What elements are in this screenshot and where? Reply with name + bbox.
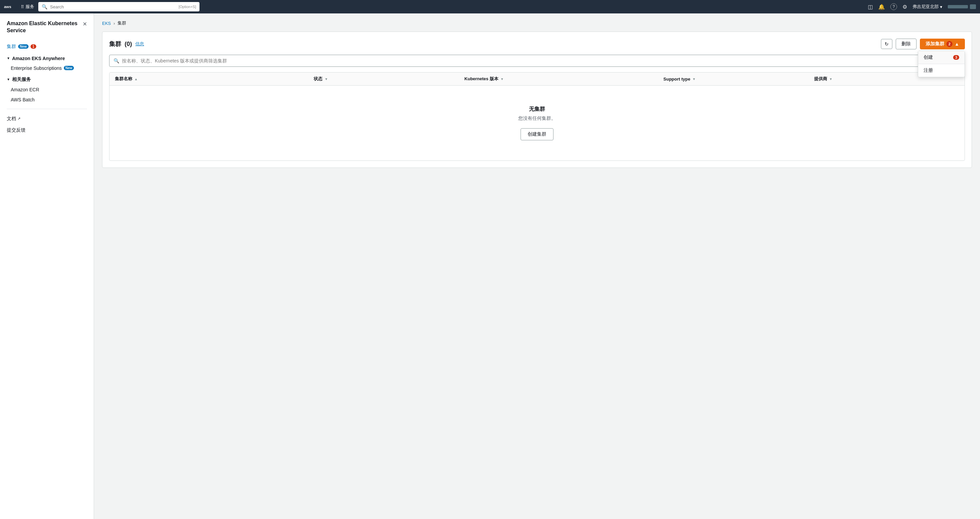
sort-down-icon: ▼ <box>829 77 832 81</box>
chevron-down-icon: ▾ <box>940 4 942 10</box>
clusters-link[interactable]: 集群 <box>7 44 16 50</box>
external-link-icon: ↗ <box>18 116 21 121</box>
panel-title: 集群 (0) 信息 <box>109 40 144 48</box>
terminal-icon[interactable]: ◫ <box>868 4 873 10</box>
sidebar-header: Amazon Elastic Kubernetes Service ✕ <box>0 20 94 41</box>
sidebar-section-related-services[interactable]: ▼ 相关服务 <box>0 73 94 84</box>
add-cluster-menu: 创建 3 注册 <box>918 51 965 77</box>
sort-down-icon: ▼ <box>692 77 695 81</box>
empty-state-desc: 您没有任何集群。 <box>116 116 958 122</box>
refresh-icon: ↻ <box>885 41 889 47</box>
sort-asc-icon: ▲ <box>134 77 138 81</box>
panel-title-text: 集群 <box>109 40 121 48</box>
region-selector[interactable]: 弗吉尼亚北部 ▾ <box>913 4 942 10</box>
new-badge: New <box>18 44 29 49</box>
sidebar-item-enterprise-subscriptions[interactable]: Enterprise Subscriptions New <box>0 63 94 73</box>
add-cluster-badge: 2 <box>947 41 953 47</box>
chevron-down-icon: ▼ <box>7 56 10 60</box>
account-info[interactable] <box>948 4 976 9</box>
sidebar-item-docs[interactable]: 文档 ↗ <box>0 113 94 125</box>
panel-header: 集群 (0) 信息 ↻ 删除 添加集群 2 ▲ <box>109 39 965 49</box>
account-bar <box>948 5 968 8</box>
create-badge: 3 <box>953 55 959 60</box>
delete-button[interactable]: 删除 <box>896 39 916 49</box>
create-cluster-button[interactable]: 创建集群 <box>520 128 554 140</box>
top-navigation: aws ⠿ 服务 🔍 [Option+S] ◫ 🔔 ? ⚙ 弗吉尼亚北部 ▾ <box>0 0 980 13</box>
clusters-panel: 集群 (0) 信息 ↻ 删除 添加集群 2 ▲ <box>102 32 972 168</box>
sidebar-item-aws-batch[interactable]: AWS Batch <box>0 95 94 105</box>
sidebar: Amazon Elastic Kubernetes Service ✕ 集群 N… <box>0 13 94 519</box>
panel-actions: ↻ 删除 添加集群 2 ▲ 创建 3 <box>881 39 965 49</box>
chevron-up-icon: ▲ <box>955 41 959 47</box>
cluster-search-bar[interactable]: 🔍 <box>109 55 965 67</box>
sidebar-section-eks-anywhere[interactable]: ▼ Amazon EKS Anywhere <box>0 52 94 63</box>
col-kubernetes-version[interactable]: Kubernetes 版本 ▼ <box>465 76 658 82</box>
refresh-button[interactable]: ↻ <box>881 39 892 49</box>
add-cluster-button[interactable]: 添加集群 2 ▲ <box>920 39 965 49</box>
global-search[interactable]: 🔍 [Option+S] <box>38 2 199 11</box>
search-icon: 🔍 <box>41 4 47 10</box>
section-label: Amazon EKS Anywhere <box>12 56 65 61</box>
search-shortcut: [Option+S] <box>179 5 196 9</box>
bell-icon[interactable]: 🔔 <box>878 4 885 10</box>
col-support-type[interactable]: Support type ▼ <box>663 76 808 82</box>
sort-down-icon: ▼ <box>325 77 328 81</box>
sidebar-item-feedback[interactable]: 提交反馈 <box>0 125 94 136</box>
empty-state-title: 无集群 <box>116 106 958 113</box>
sort-down-icon: ▼ <box>500 77 504 81</box>
search-icon: 🔍 <box>113 58 119 63</box>
add-cluster-dropdown: 添加集群 2 ▲ 创建 3 注册 <box>920 39 965 49</box>
search-input[interactable] <box>50 4 176 10</box>
aws-logo[interactable]: aws <box>4 3 17 11</box>
nav-right: ◫ 🔔 ? ⚙ 弗吉尼亚北部 ▾ <box>868 3 976 10</box>
grid-icon: ⠿ <box>21 4 24 10</box>
dropdown-item-create[interactable]: 创建 3 <box>918 51 964 64</box>
breadcrumb: EKS › 集群 <box>102 20 972 26</box>
count-badge: 1 <box>30 44 37 49</box>
cluster-search-input[interactable] <box>122 58 961 63</box>
section-label: 相关服务 <box>12 76 31 83</box>
chevron-down-icon: ▼ <box>7 78 10 81</box>
account-square <box>970 4 976 9</box>
clusters-table: 集群名称 ▲ 状态 ▼ Kubernetes 版本 ▼ Support type… <box>109 72 965 161</box>
breadcrumb-eks-link[interactable]: EKS <box>102 21 111 26</box>
col-cluster-name[interactable]: 集群名称 ▲ <box>115 76 308 82</box>
svg-text:aws: aws <box>4 5 11 9</box>
main-content: EKS › 集群 集群 (0) 信息 ↻ 删除 <box>94 13 980 519</box>
breadcrumb-separator: › <box>113 21 115 26</box>
help-icon[interactable]: ? <box>890 3 897 10</box>
dropdown-item-register[interactable]: 注册 <box>918 64 964 77</box>
sidebar-title: Amazon Elastic Kubernetes Service <box>7 20 83 34</box>
breadcrumb-current: 集群 <box>118 20 126 26</box>
panel-info-link[interactable]: 信息 <box>135 41 144 47</box>
sidebar-close-button[interactable]: ✕ <box>83 21 87 27</box>
table-header: 集群名称 ▲ 状态 ▼ Kubernetes 版本 ▼ Support type… <box>110 73 964 86</box>
col-status[interactable]: 状态 ▼ <box>314 76 459 82</box>
app-layout: Amazon Elastic Kubernetes Service ✕ 集群 N… <box>0 13 980 519</box>
new-badge-enterprise: New <box>64 66 74 70</box>
settings-icon[interactable]: ⚙ <box>902 4 907 10</box>
sidebar-divider <box>7 109 87 109</box>
cluster-count: (0) <box>125 41 132 48</box>
empty-state: 无集群 您没有任何集群。 创建集群 <box>110 86 964 160</box>
sidebar-item-amazon-ecr[interactable]: Amazon ECR <box>0 84 94 95</box>
services-menu[interactable]: ⠿ 服务 <box>21 4 34 10</box>
sidebar-item-clusters[interactable]: 集群 New 1 <box>0 41 94 52</box>
